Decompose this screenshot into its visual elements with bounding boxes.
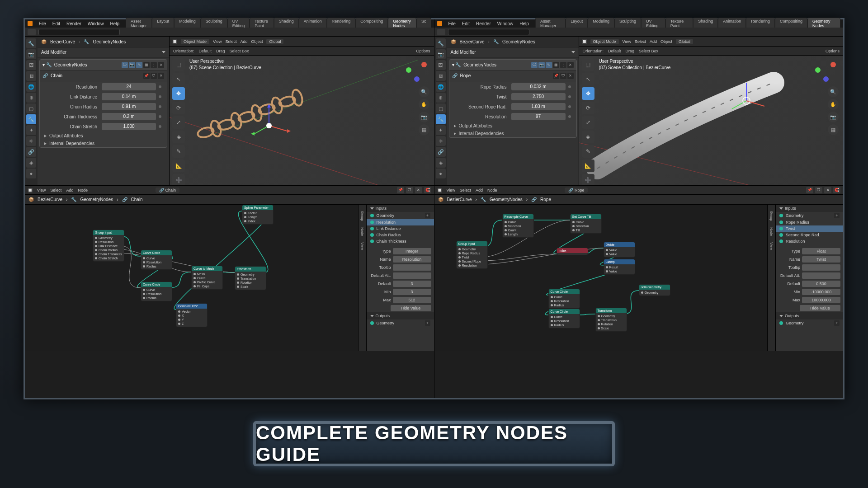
menu-window[interactable]: Window — [88, 21, 104, 26]
modifier-close-icon[interactable]: ✕ — [158, 62, 164, 68]
unlink-icon[interactable]: ✕ — [158, 73, 164, 79]
fake-user-icon[interactable]: 🛡 — [151, 73, 157, 79]
world-icon[interactable]: ⊕ — [26, 93, 36, 103]
modifier-icon[interactable]: 🔧 — [26, 114, 36, 124]
snap-icon[interactable]: 🧲 — [424, 187, 431, 193]
animate-dot-icon[interactable] — [159, 95, 161, 98]
input-socket[interactable]: Link Distance — [367, 225, 434, 232]
node[interactable]: ClampResultValue — [604, 259, 635, 275]
pin-icon[interactable]: 📌 — [553, 73, 559, 79]
vp-menu-view[interactable]: View — [623, 39, 631, 44]
breadcrumb-modifier[interactable]: GeometryNodes — [502, 39, 535, 44]
breadcrumb-modifier[interactable]: GeometryNodes — [93, 39, 126, 44]
modifier-title-bar[interactable]: ▾ 🔧GeometryNodes 🖵 📷 ✎ ▦ ⋮ ✕ — [449, 60, 576, 70]
internal-dependencies-section[interactable]: Internal Dependencies — [40, 140, 167, 147]
animate-dot-icon[interactable] — [568, 95, 571, 98]
animate-dot-icon[interactable] — [159, 115, 161, 118]
vp-menu-object[interactable]: Object — [660, 39, 672, 44]
input-socket[interactable]: Rope Radius — [776, 219, 843, 225]
output-attributes-section[interactable]: Output Attributes — [40, 132, 167, 140]
move-tool-icon[interactable]: ✥ — [172, 87, 185, 100]
node[interactable]: Curve to MeshMeshCurveProfile CurveFill … — [191, 266, 223, 290]
nb-modifier[interactable]: GeometryNodes — [490, 197, 523, 202]
node[interactable]: DivideValueValue — [604, 242, 635, 258]
move-tool-icon[interactable]: ✥ — [582, 87, 594, 100]
inputs-header[interactable]: Inputs — [776, 205, 843, 212]
particle-icon[interactable]: ✦ — [26, 125, 36, 135]
camera-icon[interactable]: 📷 — [419, 112, 429, 122]
navigation-gizmo[interactable] — [403, 58, 429, 84]
node[interactable]: Curve CircleCurveResolutionRadius — [548, 289, 580, 309]
search-input[interactable] — [448, 29, 529, 35]
perspective-icon[interactable]: ▦ — [419, 124, 429, 135]
tool-icon[interactable]: 🔧 — [26, 38, 36, 48]
node[interactable]: Curve CircleCurveResolutionRadius — [141, 282, 172, 301]
menu-file[interactable]: File — [39, 21, 46, 26]
input-socket[interactable]: Resolution — [776, 238, 843, 244]
node[interactable]: Group InputGeometryRope RadiusTwistSecon… — [456, 241, 488, 269]
material-icon[interactable]: ● — [436, 169, 446, 178]
tab-node[interactable]: Node — [769, 225, 774, 239]
property-value[interactable]: 0.14 m — [102, 93, 156, 100]
input-socket[interactable]: Geometry+ — [776, 212, 843, 219]
add-tool-icon[interactable]: ➕ — [172, 174, 185, 185]
node[interactable]: Join GeometryGeometry — [639, 284, 670, 296]
transform-tool-icon[interactable]: ◈ — [582, 131, 594, 143]
view-icon[interactable]: 🖥 — [436, 71, 446, 81]
node[interactable]: Index — [557, 248, 588, 255]
snap-icon[interactable]: 🧲 — [833, 187, 840, 193]
select-mode[interactable]: Select Box — [230, 49, 249, 53]
pan-icon[interactable]: ✋ — [419, 99, 429, 110]
property-value[interactable]: 24 — [102, 83, 156, 90]
ne-menu-view[interactable]: View — [37, 188, 46, 192]
options-dropdown[interactable]: Options — [826, 49, 840, 53]
scene-icon[interactable]: 🌐 — [26, 82, 36, 92]
property-value[interactable]: 1.03 m — [511, 103, 566, 110]
3d-viewport[interactable]: 🔲 Object Mode View Select Add Object Glo… — [170, 37, 434, 185]
add-modifier-button[interactable]: Add Modifier — [38, 47, 169, 57]
output-attributes-section[interactable]: Output Attributes — [449, 122, 576, 130]
world-icon[interactable]: ⊕ — [436, 93, 446, 103]
nb-modifier[interactable]: GeometryNodes — [80, 197, 113, 202]
tab-node[interactable]: Node — [359, 225, 365, 239]
constraint-icon[interactable]: 🔗 — [436, 147, 446, 157]
editmode-toggle-icon[interactable]: ✎ — [136, 62, 142, 68]
navigation-gizmo[interactable] — [812, 58, 838, 84]
object-icon[interactable]: ▢ — [436, 103, 446, 113]
input-socket[interactable]: Second Rope Rad. — [776, 232, 843, 238]
editor-type-icon[interactable] — [28, 29, 36, 35]
animate-dot-icon[interactable] — [568, 85, 571, 88]
menu-edit[interactable]: Edit — [52, 21, 60, 26]
animate-dot-icon[interactable] — [568, 105, 571, 108]
side-property-field[interactable]: 3 — [393, 281, 431, 287]
unlink-icon[interactable]: ✕ — [567, 73, 574, 79]
menu-window[interactable]: Window — [497, 21, 514, 26]
cursor-tool-icon[interactable]: ⬚ — [582, 58, 594, 71]
physics-icon[interactable]: ⚛ — [26, 136, 36, 146]
select-tool-icon[interactable]: ↖ — [172, 73, 185, 85]
node-group-selector[interactable]: 🔗Chain 📌 🛡 ✕ — [40, 70, 167, 81]
pin-icon[interactable]: 📌 — [806, 187, 813, 193]
add-output-icon[interactable]: + — [834, 320, 840, 326]
constraint-icon[interactable]: 🔗 — [26, 147, 36, 157]
hide-value-button[interactable]: Hide Value — [391, 305, 431, 311]
animate-dot-icon[interactable] — [568, 115, 571, 118]
close-icon[interactable]: ✕ — [824, 187, 831, 193]
annotate-tool-icon[interactable]: ✎ — [582, 145, 594, 158]
node-canvas[interactable]: Group Node View Inputs Geometry+Rope Rad… — [434, 205, 844, 351]
modifier-title-bar[interactable]: ▾ 🔧GeometryNodes 🖵 📷 ✎ ▦ ⋮ ✕ — [40, 60, 167, 70]
render-icon[interactable]: 📷 — [26, 49, 36, 59]
outputs-header[interactable]: Outputs — [776, 312, 843, 319]
side-property-field[interactable]: 512 — [393, 297, 431, 303]
add-tool-icon[interactable]: ➕ — [582, 174, 594, 185]
annotate-tool-icon[interactable]: ✎ — [172, 145, 185, 158]
data-icon[interactable]: ◈ — [26, 158, 36, 168]
tab-group[interactable]: Group — [359, 208, 365, 224]
orientation-dropdown[interactable]: Default — [608, 49, 621, 53]
rotate-tool-icon[interactable]: ⟳ — [582, 102, 594, 114]
side-property-field[interactable]: 0.500 — [802, 281, 840, 287]
property-value[interactable]: 0.032 m — [511, 83, 566, 90]
side-property-field[interactable]: -10000.000 — [802, 289, 840, 295]
material-icon[interactable]: ● — [26, 169, 36, 178]
tab-tool[interactable]: View — [769, 239, 774, 253]
